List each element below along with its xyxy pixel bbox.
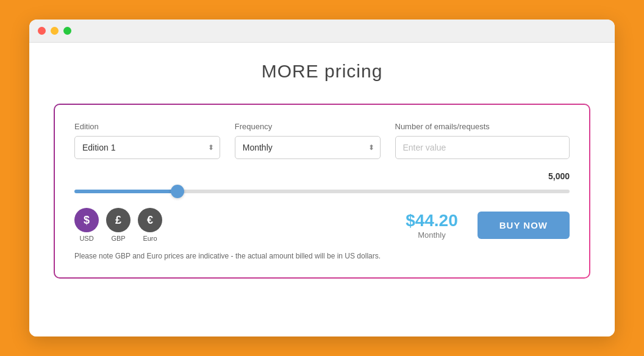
frequency-group: Frequency Monthly Yearly ⬍ xyxy=(235,122,381,159)
edition-select-wrapper: Edition 1 Edition 2 Edition 3 ⬍ xyxy=(74,136,220,159)
edition-group: Edition Edition 1 Edition 2 Edition 3 ⬍ xyxy=(74,122,220,159)
fields-row: Edition Edition 1 Edition 2 Edition 3 ⬍ … xyxy=(74,122,570,159)
pricing-card-inner: Edition Edition 1 Edition 2 Edition 3 ⬍ … xyxy=(55,105,589,277)
emails-label: Number of emails/requests xyxy=(395,122,570,131)
gbp-icon[interactable]: £ xyxy=(106,208,131,232)
disclaimer-text: Please note GBP and Euro prices are indi… xyxy=(74,252,570,260)
slider-row: 5,000 xyxy=(74,171,570,196)
main-window: MORE pricing Edition Edition 1 Edition 2… xyxy=(29,20,615,336)
edition-label: Edition xyxy=(74,122,220,131)
maximize-dot[interactable] xyxy=(63,27,71,35)
euro-currency[interactable]: € Euro xyxy=(138,208,162,242)
close-dot[interactable] xyxy=(38,27,46,35)
slider-container xyxy=(74,185,570,196)
price-amount: $44.20 xyxy=(406,211,458,230)
titlebar xyxy=(29,20,615,43)
price-section: $44.20 Monthly xyxy=(406,211,458,240)
buy-now-button[interactable]: BUY NOW xyxy=(478,212,570,239)
pricing-card: Edition Edition 1 Edition 2 Edition 3 ⬍ … xyxy=(54,104,590,279)
euro-label: Euro xyxy=(143,235,157,242)
usd-label: USD xyxy=(79,235,93,242)
frequency-select[interactable]: Monthly Yearly xyxy=(235,136,381,159)
emails-slider[interactable] xyxy=(74,190,570,193)
euro-icon[interactable]: € xyxy=(138,208,162,232)
window-content: MORE pricing Edition Edition 1 Edition 2… xyxy=(29,43,615,336)
emails-input[interactable] xyxy=(395,136,570,159)
slider-value: 5,000 xyxy=(74,171,570,181)
gbp-label: GBP xyxy=(111,235,125,242)
frequency-select-wrapper: Monthly Yearly ⬍ xyxy=(235,136,381,159)
frequency-label: Frequency xyxy=(235,122,381,131)
minimize-dot[interactable] xyxy=(51,27,59,35)
emails-group: Number of emails/requests xyxy=(395,122,570,159)
gbp-currency[interactable]: £ GBP xyxy=(106,208,131,242)
page-title: MORE pricing xyxy=(54,61,590,82)
usd-currency[interactable]: $ USD xyxy=(74,208,99,242)
bottom-row: $ USD £ GBP € Euro $44.20 xyxy=(74,208,570,242)
usd-icon[interactable]: $ xyxy=(74,208,99,232)
edition-select[interactable]: Edition 1 Edition 2 Edition 3 xyxy=(74,136,220,159)
currency-icons: $ USD £ GBP € Euro xyxy=(74,208,162,242)
price-frequency: Monthly xyxy=(406,230,458,240)
